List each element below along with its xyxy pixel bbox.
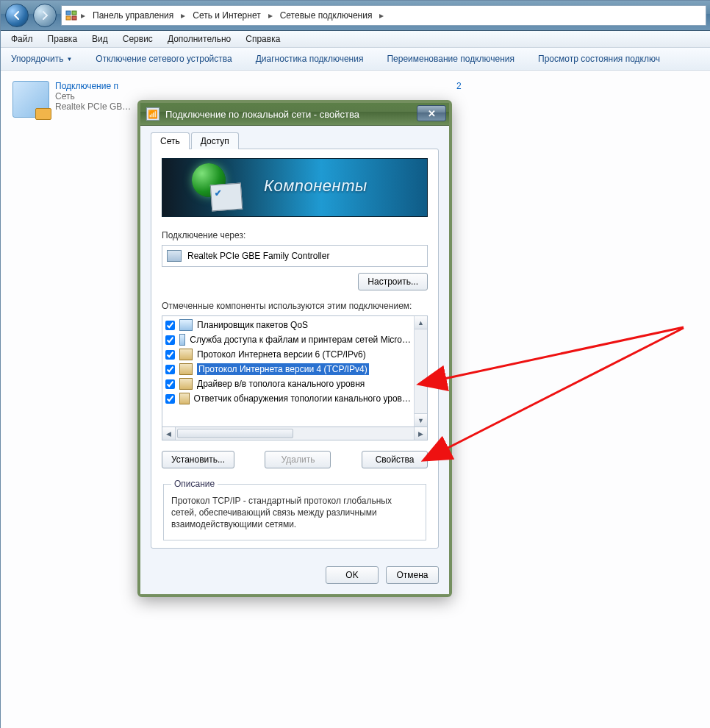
tab-network[interactable]: Сеть [151,132,190,149]
svg-rect-3 [72,16,76,20]
component-item[interactable]: Служба доступа к файлам и принтерам сете… [162,332,414,347]
cmd-diagnose[interactable]: Диагностика подключения [250,51,370,67]
close-button[interactable]: ✕ [417,105,446,121]
component-label: Ответчик обнаружения топологии канальног… [194,393,411,404]
description-text: Протокол TCP/IP - стандартный протокол г… [171,495,418,531]
cmd-disable-device[interactable]: Отключение сетевого устройства [90,51,237,67]
back-button[interactable] [5,4,29,27]
adapter-name: Realtek PCIe GBE Family Controller [187,251,329,261]
dialog-titlebar[interactable]: 📶 Подключение по локальной сети - свойст… [140,103,449,126]
breadcrumb-segment[interactable]: Панель управления [88,7,178,24]
dialog-title: Подключение по локальной сети - свойства [165,109,359,120]
chevron-right-icon: ▸ [79,10,87,21]
tab-page-network: Компоненты Подключение через: Realtek PC… [151,149,439,549]
adapter-display: Realtek PCIe GBE Family Controller [162,245,428,267]
network-adapter-icon: 📶 [146,107,159,121]
component-item[interactable]: Протокол Интернета версии 4 (TCP/IPv4) [162,362,414,377]
cmd-rename[interactable]: Переименование подключения [381,51,520,67]
breadcrumb-segment[interactable]: Сетевые подключения [276,7,377,24]
chevron-right-icon: ▸ [267,10,274,21]
svg-rect-2 [66,16,71,20]
components-banner: Компоненты [162,158,428,217]
component-label: Протокол Интернета версии 6 (TCP/IPv6) [197,349,366,360]
command-bar: Упорядочить ▼ Отключение сетевого устрой… [1,48,710,71]
control-panel-icon [65,10,78,21]
menu-file[interactable]: Файл [4,32,40,46]
component-item[interactable]: Драйвер в/в тополога канального уровня [162,377,414,391]
cmd-organize[interactable]: Упорядочить ▼ [5,51,78,67]
connect-using-label: Подключение через: [162,230,428,240]
component-checkbox[interactable] [165,379,175,389]
connection-status: Сеть [55,91,75,101]
chevron-right-icon: ▸ [179,10,187,21]
install-button[interactable]: Установить... [162,451,234,468]
scroll-up-arrow[interactable]: ▲ [415,316,427,329]
forward-button[interactable] [33,4,57,27]
horizontal-scrollbar[interactable]: ◀ ▶ [162,427,428,440]
uninstall-button[interactable]: Удалить [265,451,331,468]
protocol-icon [179,393,190,404]
protocol-icon [179,363,193,375]
scroll-left-arrow[interactable]: ◀ [162,427,176,440]
tab-strip: Сеть Доступ [151,132,439,149]
components-listbox[interactable]: Планировщик пакетов QoSСлужба доступа к … [162,315,428,427]
network-connection-item[interactable]: Подключение п Сеть Realtek PCIe GB… [12,81,137,118]
svg-rect-1 [72,11,76,15]
menu-tools[interactable]: Сервис [115,32,160,46]
description-group: Описание Протокол TCP/IP - стандартный п… [163,479,426,540]
scroll-down-arrow[interactable]: ▼ [415,413,427,427]
banner-label: Компоненты [264,176,367,196]
scroll-right-arrow[interactable]: ▶ [414,427,427,440]
component-checkbox[interactable] [165,350,175,360]
connection-device: Realtek PCIe GB… [55,101,131,112]
component-checkbox[interactable] [165,335,175,345]
component-item[interactable]: Ответчик обнаружения топологии канальног… [162,391,414,406]
component-label: Драйвер в/в тополога канального уровня [197,379,365,389]
connection-properties-dialog: 📶 Подключение по локальной сети - свойст… [137,100,452,597]
component-label: Планировщик пакетов QoS [197,320,308,330]
dialog-footer: OK Отмена [140,559,449,594]
menu-edit[interactable]: Правка [40,32,85,46]
description-legend: Описание [171,479,218,489]
tab-sharing[interactable]: Доступ [191,132,239,149]
ok-button[interactable]: OK [326,566,379,584]
vertical-scrollbar[interactable]: ▲ ▼ [414,316,427,427]
components-label: Отмеченные компоненты используются этим … [162,301,428,311]
menu-advanced[interactable]: Дополнительно [160,32,238,46]
component-label: Служба доступа к файлам и принтерам сете… [190,335,411,345]
cancel-button[interactable]: Отмена [386,566,439,584]
properties-button[interactable]: Свойства [362,451,428,468]
component-item[interactable]: Протокол Интернета версии 6 (TCP/IPv6) [162,347,414,362]
menu-help[interactable]: Справка [238,32,287,46]
nav-bar: ▸ Панель управления ▸ Сеть и Интернет ▸ … [1,1,710,31]
scroll-thumb[interactable] [177,429,293,438]
checklist-icon [210,183,243,212]
breadcrumb[interactable]: ▸ Панель управления ▸ Сеть и Интернет ▸ … [61,5,706,26]
chevron-down-icon: ▼ [66,56,72,63]
configure-button[interactable]: Настроить... [358,273,428,290]
menu-view[interactable]: Вид [85,32,115,46]
nic-icon [167,250,182,262]
breadcrumb-segment[interactable]: Сеть и Интернет [188,7,265,24]
component-checkbox[interactable] [165,394,175,404]
network-adapter-icon [12,81,49,118]
service-icon [179,319,193,331]
service-icon [179,334,185,346]
protocol-icon [179,378,193,390]
cmd-status[interactable]: Просмотр состояния подключ [532,51,666,67]
svg-rect-0 [66,11,71,15]
protocol-icon [179,349,193,360]
chevron-right-icon: ▸ [378,10,385,21]
component-item[interactable]: Планировщик пакетов QoS [162,318,414,332]
connection-name[interactable]: Подключение п [55,81,118,91]
connection-index-suffix: 2 [456,81,462,91]
component-checkbox[interactable] [165,365,175,374]
component-label: Протокол Интернета версии 4 (TCP/IPv4) [197,363,369,375]
menu-bar: Файл Правка Вид Сервис Дополнительно Спр… [1,31,710,48]
component-checkbox[interactable] [165,321,175,330]
